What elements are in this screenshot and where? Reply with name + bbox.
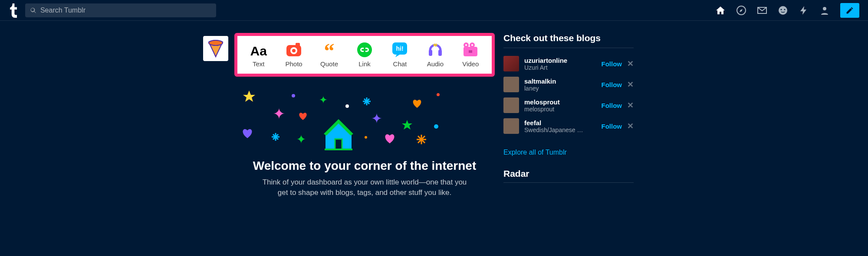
blog-suggestion[interactable]: melosprout melosprout Follow ✕	[503, 95, 634, 116]
compose-chat[interactable]: hi! Chat	[385, 42, 415, 68]
blog-name: saltmalkin	[524, 78, 602, 85]
compose-label: Audio	[427, 60, 444, 68]
quote-icon: “	[324, 42, 335, 58]
compose-label: Link	[358, 60, 371, 68]
compose-quote[interactable]: “ Quote	[314, 42, 345, 68]
sparkle-icon	[273, 108, 285, 119]
svg-point-3	[784, 9, 786, 10]
inbox-icon[interactable]	[757, 5, 767, 16]
pencil-icon	[845, 6, 854, 15]
dot-icon	[292, 94, 295, 97]
dot-icon	[437, 93, 440, 96]
link-icon	[357, 42, 372, 58]
main-area: Aa Text Photo “ Quote Link hi! Chat Aud	[0, 21, 868, 198]
blog-suggestion[interactable]: uzuriartonline Uzuri Art Follow ✕	[503, 53, 634, 74]
chat-icon: hi!	[392, 42, 407, 58]
compose-label: Photo	[286, 60, 302, 68]
blog-name: melosprout	[524, 98, 602, 106]
tumblr-logo-icon[interactable]	[9, 3, 18, 18]
svg-point-10	[292, 49, 296, 52]
compose-label: Chat	[393, 60, 407, 68]
messaging-icon[interactable]	[778, 5, 788, 16]
blog-subtitle: laney	[524, 85, 585, 92]
house-icon	[321, 117, 356, 151]
follow-button[interactable]: Follow	[602, 81, 622, 88]
compose-photo[interactable]: Photo	[279, 42, 309, 68]
svg-rect-11	[296, 43, 300, 46]
account-icon[interactable]	[819, 5, 830, 16]
blog-avatar	[503, 118, 519, 134]
search-input[interactable]	[40, 6, 212, 14]
svg-point-20	[465, 44, 467, 46]
blog-avatar	[503, 77, 519, 92]
svg-point-6	[214, 45, 214, 46]
compose-button[interactable]	[840, 3, 859, 18]
divider	[503, 182, 634, 183]
star-icon	[243, 91, 255, 103]
heart-icon	[385, 134, 395, 144]
activity-icon[interactable]	[799, 5, 809, 16]
svg-point-12	[357, 42, 372, 57]
explore-icon[interactable]	[736, 5, 746, 16]
divider	[503, 48, 634, 48]
svg-rect-22	[469, 50, 472, 53]
blog-subtitle: melosprout	[524, 106, 585, 113]
heart-icon	[299, 112, 307, 121]
compose-link[interactable]: Link	[349, 42, 380, 68]
asterisk-icon	[417, 135, 426, 144]
video-icon	[462, 42, 479, 58]
audio-icon	[427, 42, 443, 58]
sidebar: Check out these blogs uzuriartonline Uzu…	[503, 33, 634, 198]
compose-text[interactable]: Aa Text	[243, 42, 274, 68]
blog-avatar	[503, 97, 519, 113]
top-header	[0, 0, 868, 21]
avatar-image-icon	[207, 39, 224, 58]
compose-label: Text	[253, 60, 265, 68]
blog-subtitle: Uzuri Art	[524, 64, 585, 71]
decorative-sparkles	[234, 86, 495, 156]
camera-icon	[286, 42, 302, 58]
dismiss-button[interactable]: ✕	[627, 59, 634, 68]
blog-name: uzuriartonline	[524, 57, 602, 64]
svg-point-1	[779, 6, 787, 15]
home-icon[interactable]	[715, 5, 726, 16]
blog-suggestion[interactable]: feefal Swedish/Japanese arti... Follow ✕	[503, 116, 634, 136]
dot-icon	[365, 136, 367, 139]
dismiss-button[interactable]: ✕	[627, 100, 634, 110]
blog-avatar	[503, 56, 519, 71]
welcome-subtitle: Think of your dashboard as your own litt…	[260, 177, 469, 198]
dismiss-button[interactable]: ✕	[627, 80, 634, 89]
svg-point-2	[781, 9, 782, 10]
welcome-title: Welcome to your corner of the internet	[234, 159, 495, 173]
follow-button[interactable]: Follow	[602, 60, 622, 68]
asterisk-icon	[363, 97, 371, 105]
compose-label: Video	[462, 60, 479, 68]
compose-bar: Aa Text Photo “ Quote Link hi! Chat Aud	[234, 33, 495, 77]
sparkle-icon	[319, 96, 327, 104]
user-avatar[interactable]	[203, 36, 228, 61]
text-icon: Aa	[250, 42, 267, 58]
follow-button[interactable]: Follow	[602, 123, 622, 130]
svg-rect-35	[335, 139, 342, 149]
svg-rect-16	[438, 50, 442, 56]
search-box[interactable]	[25, 3, 216, 17]
heart-icon	[412, 99, 422, 109]
heart-icon	[242, 129, 253, 139]
compose-video[interactable]: Video	[455, 42, 486, 68]
explore-link[interactable]: Explore all of Tumblr	[503, 149, 634, 156]
header-nav	[715, 3, 859, 18]
svg-point-21	[471, 44, 473, 46]
dismiss-button[interactable]: ✕	[627, 121, 634, 131]
welcome-block: Welcome to your corner of the internet T…	[234, 159, 495, 198]
sparkle-icon	[372, 113, 382, 123]
blog-name: feefal	[524, 119, 602, 126]
sidebar-heading: Check out these blogs	[503, 33, 634, 43]
blog-suggestion[interactable]: saltmalkin laney Follow ✕	[503, 74, 634, 95]
svg-rect-36	[325, 149, 352, 150]
dot-icon	[345, 104, 349, 108]
svg-point-5	[209, 40, 223, 45]
feed-column: Aa Text Photo “ Quote Link hi! Chat Aud	[234, 33, 495, 198]
compose-label: Quote	[320, 60, 338, 68]
compose-audio[interactable]: Audio	[420, 42, 450, 68]
follow-button[interactable]: Follow	[602, 102, 622, 109]
